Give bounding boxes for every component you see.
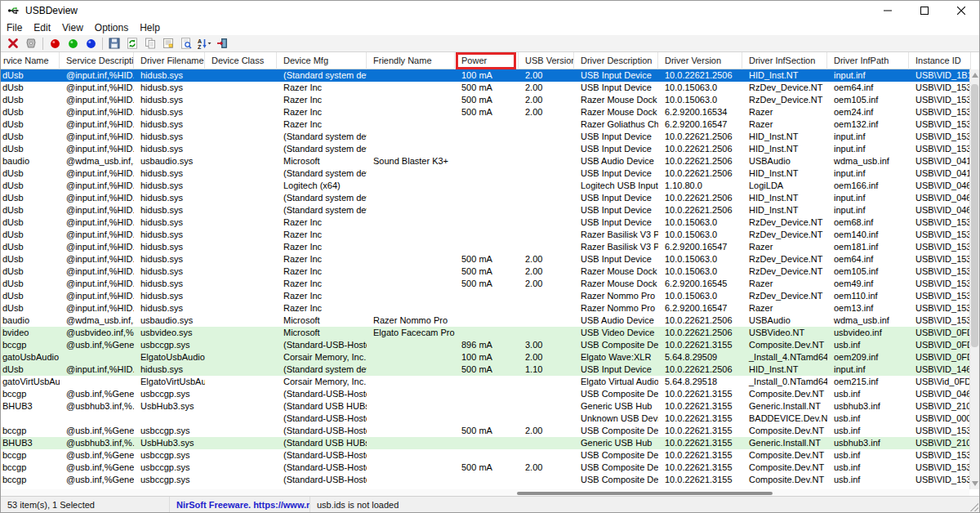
cell-driver_infsection: Razer [742, 106, 827, 118]
uninstall-device-icon[interactable] [4, 36, 22, 51]
menu-item-options[interactable]: Options [89, 21, 134, 34]
column-header-device_class[interactable]: Device Class [205, 52, 277, 69]
table-row[interactable]: dUsb@input.inf,%HID...hidusb.sysRazer In… [1, 216, 971, 229]
table-row[interactable]: BHUB3@usbhub3.inf,%...UsbHub3.sys(Standa… [1, 437, 971, 449]
cell-driver_infpath: oem49.inf [827, 278, 909, 290]
table-row[interactable]: dUsb@input.inf,%HID...hidusb.sysRazer In… [1, 94, 971, 106]
status-panel-selection: 53 item(s), 1 Selected [1, 497, 170, 512]
cell-device_class [205, 278, 277, 290]
maximize-button[interactable] [906, 1, 942, 20]
table-row[interactable]: bccgp@usb.inf,%Gene...usbccgp.sys(Standa… [1, 462, 971, 474]
cell-power [455, 118, 519, 131]
table-row[interactable]: dUsb@input.inf,%HID...hidusb.sysRazer In… [1, 241, 971, 253]
table-row[interactable]: dUsb@input.inf,%HID...hidusb.sysRazer In… [1, 82, 971, 94]
column-header-device_mfg[interactable]: Device Mfg [277, 52, 367, 69]
green-ball-icon[interactable] [64, 36, 82, 51]
menu-item-help[interactable]: Help [134, 21, 166, 34]
column-header-service_name[interactable]: rvice Name [1, 52, 60, 69]
table-row[interactable]: dUsb@input.inf,%HID...hidusb.sys(Standar… [1, 364, 971, 376]
table-row[interactable]: dUsb@input.inf,%HID...hidusb.sys(Standar… [1, 192, 971, 204]
menu-item-edit[interactable]: Edit [28, 21, 56, 34]
table-row[interactable]: dUsb@input.inf,%HID...hidusb.sysRazer In… [1, 253, 971, 265]
html-report-icon[interactable] [177, 36, 195, 51]
table-row[interactable]: BHUB3@usbhub3.inf,%...UsbHub3.sys(Standa… [1, 400, 971, 413]
table-row[interactable]: bccgp@usb.inf,%Gene...usbccgp.sys(Standa… [1, 449, 971, 462]
nirsoft-link[interactable]: NirSoft Freeware. https://www.nirsoft.ne… [176, 500, 310, 510]
table-row[interactable]: gatoUsbAudioElgatoUsbAudio...Corsair Mem… [1, 351, 971, 364]
table-row[interactable]: dUsb@input.inf,%HID...hidusb.sysRazer In… [1, 265, 971, 278]
vertical-scroll-thumb[interactable] [971, 84, 978, 347]
table-row[interactable]: baudio@wdma_usb.inf,...usbaudio.sysMicro… [1, 314, 971, 327]
cell-service_description: @usb.inf,%Gene... [60, 388, 134, 400]
refresh-icon[interactable] [123, 36, 141, 51]
table-row[interactable]: dUsb@input.inf,%HID...hidusb.sysRazer In… [1, 229, 971, 241]
copy-icon[interactable] [141, 36, 159, 51]
table-row[interactable]: dUsb@input.inf,%HID...hidusb.sysLogitech… [1, 180, 971, 192]
table-row[interactable]: dUsb@input.inf,%HID...hidusb.sys(Standar… [1, 131, 971, 143]
blue-ball-icon[interactable] [82, 36, 100, 51]
table-row[interactable]: baudio@wdma_usb.inf,...usbaudio.sysMicro… [1, 155, 971, 167]
table-row[interactable]: bccgp@usb.inf,%Gene...usbccgp.sys(Standa… [1, 339, 971, 351]
usbids-status: usb.ids is not loaded [317, 500, 399, 510]
table-row[interactable]: dUsb@input.inf,%HID...hidusb.sysRazer In… [1, 290, 971, 302]
cell-driver_infsection: Razer [742, 118, 827, 131]
table-row[interactable]: dUsb@input.inf,%HID...hidusb.sys(Standar… [1, 69, 971, 82]
properties-icon[interactable] [159, 36, 177, 51]
table-row[interactable]: dUsb@input.inf,%HID...hidusb.sys(Standar… [1, 204, 971, 216]
table-row[interactable]: bccgp@usb.inf,%Gene...usbccgp.sys(Standa… [1, 388, 971, 400]
cell-device_class [205, 82, 277, 94]
column-header-driver_version[interactable]: Driver Version [658, 52, 742, 69]
column-header-instance_id[interactable]: Instance ID [909, 52, 971, 69]
minimize-button[interactable] [869, 1, 906, 20]
table-row[interactable]: dUsb@input.inf,%HID...hidusb.sys(Standar… [1, 167, 971, 180]
usbdeview-window: USBDeview FileEditViewOptionsHelp [0, 0, 980, 513]
cell-driver_description: USB Input Device [574, 204, 658, 216]
table-row[interactable]: bccgp@usb.inf,%Gene...usbccgp.sys(Standa… [1, 425, 971, 437]
save-report-icon[interactable] [105, 36, 123, 51]
table-row[interactable]: gatoVirtUsbAu...ElgatoVirtUsbAu...Corsai… [1, 376, 971, 388]
cell-usb_version [519, 155, 574, 167]
menu-item-view[interactable]: View [56, 21, 89, 34]
column-header-service_description[interactable]: Service Descripti... [60, 52, 134, 69]
scroll-down-icon[interactable] [972, 481, 978, 486]
cell-driver_infpath: input.inf [827, 192, 909, 204]
cell-driver_filename: hidusb.sys [134, 167, 205, 180]
cell-instance_id: USB\VID_046D& [909, 192, 971, 204]
cell-device_class [205, 192, 277, 204]
cell-driver_filename: hidusb.sys [134, 204, 205, 216]
red-ball-icon[interactable] [46, 36, 64, 51]
close-button[interactable] [942, 1, 979, 20]
table-row[interactable]: dUsb@input.inf,%HID...hidusb.sysRazer In… [1, 302, 971, 314]
cell-instance_id: USB\VID_1532& [909, 216, 971, 229]
cell-friendly_name [367, 339, 455, 351]
table-row[interactable]: bccgp@usb.inf,%Gene...usbccgp.sys(Standa… [1, 474, 971, 486]
scroll-up-icon[interactable] [972, 73, 978, 78]
column-header-driver_description[interactable]: Driver Description [574, 52, 658, 69]
cell-driver_version: 10.0.15063.0 [658, 216, 742, 229]
table-row[interactable]: bvideo@usbvideo.inf,%...usbvideo.sysMicr… [1, 327, 971, 339]
table-row[interactable]: dUsb@input.inf,%HID...hidusb.sys(Standar… [1, 143, 971, 155]
column-header-driver_filename[interactable]: Driver Filename [134, 52, 205, 69]
column-header-driver_infpath[interactable]: Driver InfPath [827, 52, 909, 69]
cell-driver_infpath: oem181.inf [827, 241, 909, 253]
exit-icon[interactable] [213, 36, 231, 51]
vertical-scrollbar[interactable] [969, 69, 979, 489]
cell-driver_description: USB Input Device [574, 253, 658, 265]
menu-item-file[interactable]: File [1, 21, 28, 34]
table-row[interactable]: dUsb@input.inf,%HID...hidusb.sysRazer In… [1, 278, 971, 290]
column-header-usb_version[interactable]: USB Version [519, 52, 574, 69]
cell-device_mfg: (Standard-USB-Hostc... [277, 425, 367, 437]
cell-instance_id: USB\VID_041E& [909, 155, 971, 167]
table-row[interactable]: dUsb@input.inf,%HID...hidusb.sysRazer In… [1, 118, 971, 131]
table-row[interactable]: (Standard-USB-Hostc...Unknown USB Devic.… [1, 413, 971, 425]
column-header-driver_infsection[interactable]: Driver InfSection [742, 52, 827, 69]
table-row[interactable]: dUsb@input.inf,%HID...hidusb.sysRazer In… [1, 106, 971, 118]
cell-service_description: @input.inf,%HID... [60, 229, 134, 241]
menu-bar: FileEditViewOptionsHelp [1, 20, 979, 35]
sort-icon[interactable]: A Z [195, 36, 213, 51]
column-header-friendly_name[interactable]: Friendly Name [367, 52, 455, 69]
horizontal-scroll-thumb[interactable] [517, 492, 773, 495]
disconnect-device-icon[interactable] [22, 36, 40, 51]
cell-device_class [205, 290, 277, 302]
resize-grip-icon[interactable] [970, 503, 978, 511]
